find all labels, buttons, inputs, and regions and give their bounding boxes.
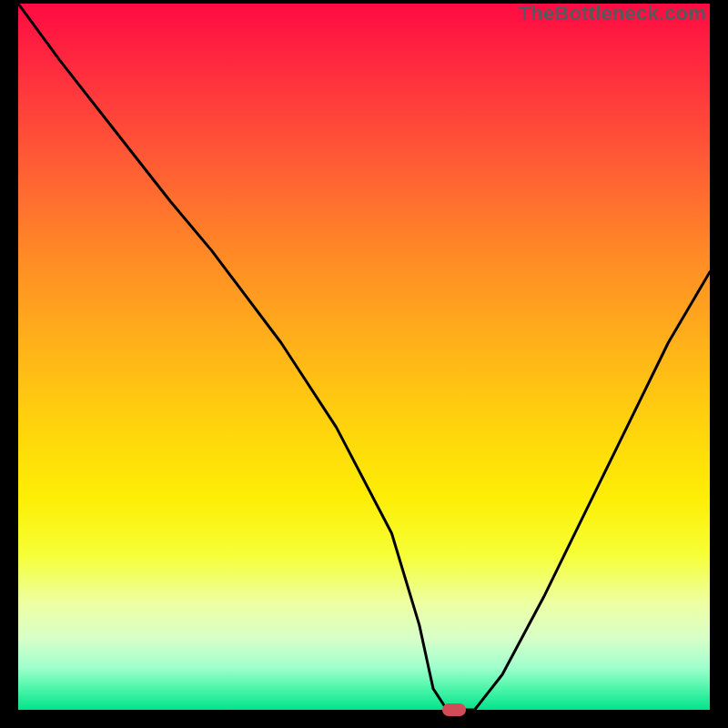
chart-frame: TheBottleneck.com: [0, 0, 728, 728]
optimal-marker: [442, 703, 466, 716]
watermark-text: TheBottleneck.com: [519, 2, 706, 25]
bottleneck-curve: [18, 4, 710, 710]
plot-area: [18, 4, 710, 710]
